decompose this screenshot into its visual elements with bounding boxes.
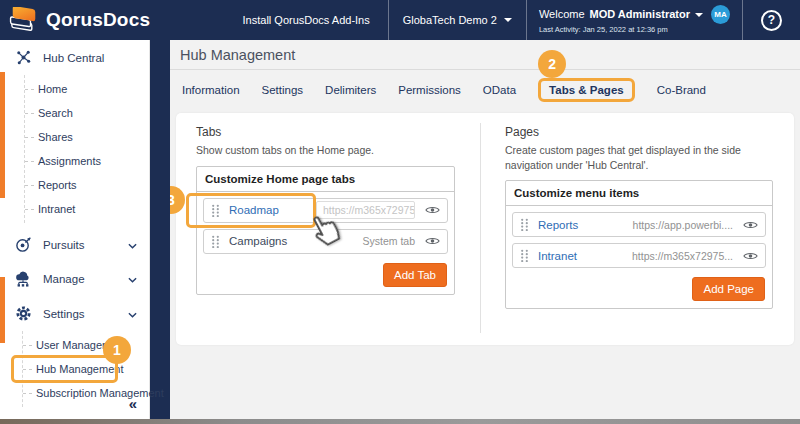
tabs-section-description: Show custom tabs on the Home page. — [196, 143, 480, 158]
add-page-button[interactable]: Add Page — [692, 277, 765, 301]
welcome-label: Welcome — [539, 8, 585, 22]
active-section-accent-bar — [0, 72, 5, 198]
question-mark-icon: ? — [761, 10, 782, 31]
sidebar-item-hub-central[interactable]: Hub Central — [0, 40, 149, 75]
sidebar-item-search[interactable]: Search — [25, 101, 149, 125]
drag-handle-icon[interactable] — [520, 249, 529, 262]
sidebar-item-manage[interactable]: Manage — [0, 262, 149, 296]
table-footer: Add Tab — [203, 260, 448, 290]
tabs-section-heading: Tabs — [196, 125, 480, 139]
qorusdocs-logo-icon — [9, 7, 39, 33]
tab-settings[interactable]: Settings — [262, 79, 304, 101]
tabs-section: Tabs Show custom tabs on the Home page. … — [176, 113, 480, 345]
hub-central-submenu: Home Search Shares Assignments Reports I… — [24, 75, 149, 223]
sidebar-collapse-button[interactable]: « — [129, 395, 137, 412]
drag-handle-icon[interactable] — [211, 235, 220, 248]
table-row-reports: Reports https://app.powerbi.... — [512, 212, 766, 237]
active-section-accent-bar — [0, 277, 5, 343]
page-title-bar: Hub Management — [170, 40, 800, 70]
target-icon — [13, 236, 33, 253]
tab-information[interactable]: Information — [182, 79, 240, 101]
table-body: Reports https://app.powerbi.... — [506, 206, 772, 308]
hub-management-tabs: Information Settings Delimiters Permissi… — [170, 70, 800, 110]
table-row-roadmap: Roadmap https://m365x72975... 3 — [203, 198, 448, 223]
sidebar-item-label: Pursuits — [43, 239, 85, 251]
table-footer: Add Page — [512, 274, 766, 304]
help-button[interactable]: ? — [742, 0, 800, 40]
sidebar-item-label: Settings — [43, 308, 85, 320]
eye-icon[interactable] — [425, 236, 440, 246]
menu-items-table: Customize menu items — [505, 180, 773, 309]
eye-icon[interactable] — [743, 251, 758, 261]
sidebar-item-settings[interactable]: Settings — [0, 296, 149, 331]
user-name: MOD Administrator — [590, 8, 690, 22]
sidebar-item-shares[interactable]: Shares — [25, 125, 149, 149]
sidebar-item-label: Hub Management — [36, 363, 123, 375]
table-row-intranet: Intranet https://m365x72975... — [512, 243, 766, 268]
last-activity: Last Activity: Jan 25, 2022 at 12:36 pm — [539, 25, 668, 34]
tab-name-roadmap[interactable]: Roadmap — [229, 204, 307, 216]
user-menu[interactable]: Welcome MOD Administrator MA Last Activi… — [526, 0, 742, 40]
network-icon — [13, 49, 33, 66]
tab-delimiters[interactable]: Delimiters — [325, 79, 376, 101]
pages-section-heading: Pages — [505, 125, 774, 139]
tabs-and-pages-panel: Tabs Show custom tabs on the Home page. … — [176, 113, 794, 345]
avatar[interactable]: MA — [711, 5, 730, 24]
tab-odata[interactable]: OData — [483, 79, 516, 101]
chevron-down-icon — [504, 18, 512, 22]
page-url: https://app.powerbi.... — [616, 219, 743, 231]
sidebar-item-hub-management[interactable]: Hub Management 1 — [23, 357, 149, 381]
sidebar-item-home[interactable]: Home — [25, 77, 149, 101]
app-window: QorusDocs Install QorusDocs Add-Ins Glob… — [0, 0, 800, 424]
table-body: Roadmap https://m365x72975... 3 — [197, 192, 454, 294]
page-name-intranet[interactable]: Intranet — [538, 250, 616, 262]
eye-icon[interactable] — [743, 220, 758, 230]
chevron-down-icon — [128, 308, 137, 320]
cloud-org-icon — [13, 271, 33, 287]
brand: QorusDocs — [0, 0, 229, 40]
gear-icon — [13, 305, 33, 322]
chevron-down-icon — [128, 239, 137, 251]
drag-handle-icon[interactable] — [520, 218, 529, 231]
drag-handle-icon[interactable] — [211, 204, 220, 217]
callout-step-2: 2 — [538, 50, 566, 78]
sidebar-rail-divider — [150, 40, 170, 419]
sidebar: Hub Central Home Search Shares Assignmen… — [0, 40, 150, 419]
page-name-reports[interactable]: Reports — [538, 219, 616, 231]
tab-tabs-and-pages[interactable]: Tabs & Pages 2 — [538, 78, 635, 102]
add-tab-button[interactable]: Add Tab — [383, 263, 447, 287]
sidebar-item-reports[interactable]: Reports — [25, 173, 149, 197]
sidebar-item-label: Hub Central — [43, 52, 104, 64]
pages-section-description: Create custom pages that get displayed i… — [505, 143, 774, 172]
home-page-tabs-table: Customize Home page tabs — [196, 166, 455, 295]
callout-step-1: 1 — [103, 336, 131, 364]
brand-name: QorusDocs — [46, 9, 150, 31]
tab-permissions[interactable]: Permissions — [398, 79, 461, 101]
eye-icon[interactable] — [425, 205, 440, 215]
tab-label: Tabs & Pages — [549, 84, 624, 96]
tab-co-brand[interactable]: Co-Brand — [657, 79, 706, 101]
table-header: Customize Home page tabs — [197, 167, 454, 192]
page-url: https://m365x72975... — [616, 250, 743, 262]
top-header: QorusDocs Install QorusDocs Add-Ins Glob… — [0, 0, 800, 40]
chevron-down-icon — [695, 13, 703, 17]
screen-bottom-edge — [0, 419, 800, 424]
main-content: Hub Management Information Settings Deli… — [170, 40, 800, 419]
install-addins-link[interactable]: Install QorusDocs Add-Ins — [229, 0, 388, 40]
chevron-down-icon — [128, 273, 137, 285]
tab-name-campaigns[interactable]: Campaigns — [229, 235, 307, 247]
pages-section: Pages Create custom pages that get displ… — [481, 113, 794, 345]
sidebar-item-pursuits[interactable]: Pursuits — [0, 227, 149, 262]
tenant-name: GlobaTech Demo 2 — [403, 14, 497, 26]
sidebar-item-assignments[interactable]: Assignments — [25, 149, 149, 173]
sidebar-item-label: Manage — [43, 273, 85, 285]
tenant-selector[interactable]: GlobaTech Demo 2 — [388, 0, 526, 40]
page-title: Hub Management — [180, 47, 295, 63]
table-header: Customize menu items — [506, 181, 772, 206]
sidebar-item-intranet[interactable]: Intranet — [25, 197, 149, 221]
